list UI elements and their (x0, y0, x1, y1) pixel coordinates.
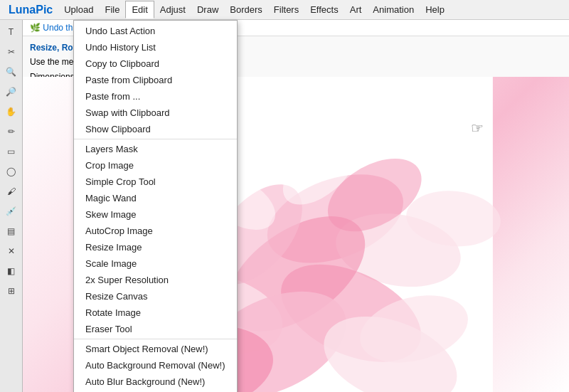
menu-item-autocrop[interactable]: AutoCrop Image (74, 223, 237, 239)
menu-draw[interactable]: Draw (191, 1, 224, 18)
menu-animation[interactable]: Animation (367, 1, 420, 18)
close-tool-btn[interactable]: ✕ (2, 242, 21, 260)
paint-tool-btn[interactable]: 🖌 (2, 182, 21, 201)
menu-item-undo-history[interactable]: Undo History List (74, 39, 237, 55)
menu-item-crop-image[interactable]: Crop Image (74, 157, 237, 174)
hand-tool-btn[interactable]: ✋ (2, 102, 21, 121)
menu-adjust[interactable]: Adjust (154, 1, 191, 18)
menu-item-skew-image[interactable]: Skew Image (74, 206, 237, 223)
menu-item-scale-image[interactable]: Scale Image (74, 255, 237, 272)
menubar: LunaPic Upload File Edit Adjust Draw Bor… (0, 0, 569, 20)
menu-art[interactable]: Art (344, 1, 368, 18)
menu-item-super-resolution[interactable]: 2x Super Resolution (74, 272, 237, 288)
rect-tool-btn[interactable]: ▭ (2, 142, 21, 161)
menu-item-paste-clipboard[interactable]: Paste from Clipboard (74, 72, 237, 88)
separator-2 (74, 339, 237, 339)
menu-item-undo-last[interactable]: Undo Last Action (74, 23, 237, 39)
selection-tool-btn[interactable]: ✂ (2, 43, 21, 61)
menu-item-auto-bg-removal[interactable]: Auto Background Removal (New!) (74, 357, 237, 374)
zoom-tool-btn[interactable]: 🔍 (2, 63, 21, 81)
menu-item-magic-wand[interactable]: Magic Wand (74, 190, 237, 206)
menu-upload[interactable]: Upload (58, 1, 99, 18)
menu-item-copy-clipboard[interactable]: Copy to Clipboard (74, 55, 237, 72)
menu-item-resize-image[interactable]: Resize Image (74, 239, 237, 255)
menu-item-eraser-tool[interactable]: Eraser Tool (74, 321, 237, 337)
text-tool-btn[interactable]: T (2, 23, 21, 41)
eyedropper-tool-btn[interactable]: 💉 (2, 202, 21, 221)
menu-item-show-clipboard[interactable]: Show Clipboard (74, 121, 237, 137)
edit-dropdown-menu: Undo Last Action Undo History List Copy … (73, 20, 238, 392)
pencil-tool-btn[interactable]: ✏ (2, 122, 21, 141)
menu-file[interactable]: File (99, 1, 125, 18)
logo: LunaPic (3, 1, 58, 19)
left-toolbar: T ✂ 🔍 🔎 ✋ ✏ ▭ ◯ 🖌 💉 ▤ ✕ ◧ ⊞ (0, 20, 23, 392)
menu-item-auto-blur-bg[interactable]: Auto Blur Background (New!) (74, 374, 237, 390)
menu-item-paste-from[interactable]: Paste from ... (74, 88, 237, 105)
menu-item-rotate-image[interactable]: Rotate Image (74, 304, 237, 321)
menu-item-simple-crop[interactable]: Simple Crop Tool (74, 174, 237, 190)
grid-tool-btn[interactable]: ⊞ (2, 282, 21, 300)
layers-tool-btn[interactable]: ◧ (2, 262, 21, 280)
fill-tool-btn[interactable]: ▤ (2, 222, 21, 240)
separator-1 (74, 139, 237, 139)
menu-item-swap-clipboard[interactable]: Swap with Clipboard (74, 105, 237, 121)
ellipse-tool-btn[interactable]: ◯ (2, 162, 21, 181)
menu-item-layers-mask[interactable]: Layers Mask (74, 141, 237, 157)
menu-help[interactable]: Help (420, 1, 450, 18)
menu-edit[interactable]: Edit (125, 1, 154, 18)
menu-filters[interactable]: Filters (268, 1, 304, 18)
menu-effects[interactable]: Effects (304, 1, 344, 18)
menu-borders[interactable]: Borders (224, 1, 268, 18)
search-tool-btn[interactable]: 🔎 (2, 83, 21, 101)
menu-item-resize-canvas[interactable]: Resize Canvas (74, 288, 237, 304)
menu-item-smart-object[interactable]: Smart Object Removal (New!) (74, 341, 237, 357)
